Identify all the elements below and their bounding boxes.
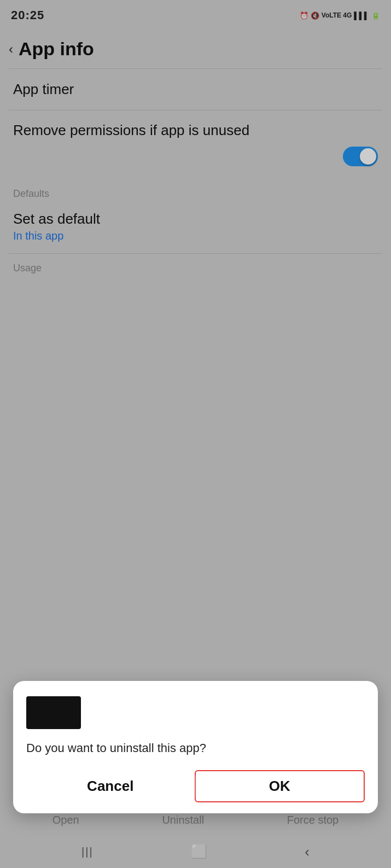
button-divider xyxy=(195,776,196,797)
uninstall-dialog: Do you want to uninstall this app? Cance… xyxy=(13,681,378,813)
dialog-app-icon xyxy=(26,696,81,729)
cancel-button[interactable]: Cancel xyxy=(26,771,195,801)
ok-button[interactable]: OK xyxy=(195,770,365,802)
dialog-message: Do you want to uninstall this app? xyxy=(26,740,365,757)
dialog-buttons: Cancel OK xyxy=(26,770,365,802)
